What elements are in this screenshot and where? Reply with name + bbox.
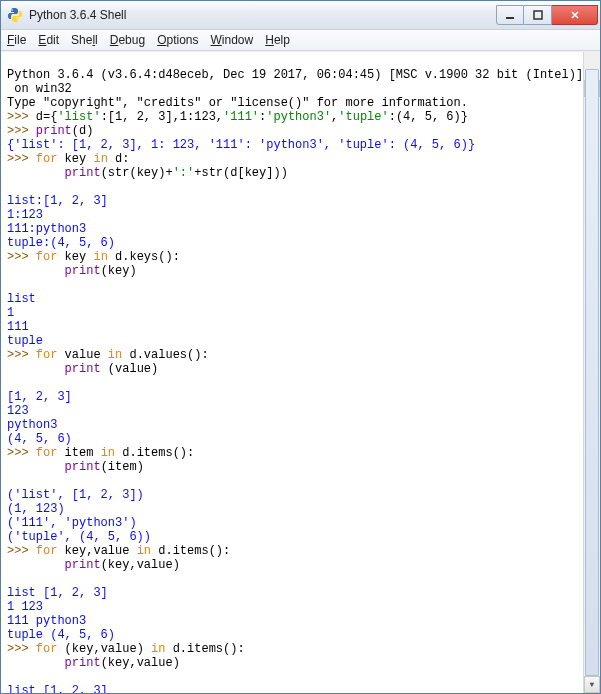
code: d.keys(): bbox=[108, 250, 180, 264]
svg-rect-2 bbox=[506, 17, 514, 19]
keyword: for bbox=[36, 642, 58, 656]
close-button[interactable] bbox=[552, 5, 598, 25]
output: 111:python3 bbox=[7, 222, 86, 236]
string: '111' bbox=[223, 110, 259, 124]
menubar: File Edit Shell Debug Options Window Hel… bbox=[1, 30, 600, 51]
prompt: >>> bbox=[7, 124, 36, 138]
scroll-track[interactable] bbox=[584, 69, 600, 676]
banner-line: Type "copyright", "credits" or "license(… bbox=[7, 96, 468, 110]
code: d.items(): bbox=[165, 642, 244, 656]
svg-rect-3 bbox=[534, 11, 542, 19]
code: (key,value) bbox=[57, 642, 151, 656]
code: (key,value) bbox=[101, 656, 180, 670]
output: list:[1, 2, 3] bbox=[7, 194, 108, 208]
code: d={ bbox=[36, 110, 58, 124]
output: ('111', 'python3') bbox=[7, 516, 137, 530]
banner-line: Python 3.6.4 (v3.6.4:d48eceb, Dec 19 201… bbox=[7, 68, 583, 82]
keyword: for bbox=[36, 544, 58, 558]
menu-options[interactable]: Options bbox=[157, 33, 198, 47]
string: 'list' bbox=[57, 110, 100, 124]
code: key bbox=[57, 250, 93, 264]
banner-line: on win32 bbox=[7, 82, 72, 96]
menu-window[interactable]: Window bbox=[211, 33, 254, 47]
scroll-down-button[interactable]: ▼ bbox=[584, 676, 600, 693]
output: tuple bbox=[7, 334, 43, 348]
menu-file[interactable]: File bbox=[7, 33, 26, 47]
code: d.values(): bbox=[122, 348, 208, 362]
keyword: for bbox=[36, 152, 58, 166]
output: [1, 2, 3] bbox=[7, 390, 72, 404]
builtin: print bbox=[65, 656, 101, 670]
output: list [1, 2, 3] bbox=[7, 586, 108, 600]
builtin: print bbox=[65, 460, 101, 474]
code: (key,value) bbox=[101, 558, 180, 572]
menu-edit[interactable]: Edit bbox=[38, 33, 59, 47]
prompt: >>> bbox=[7, 642, 36, 656]
prompt: >>> bbox=[7, 446, 36, 460]
keyword: for bbox=[36, 348, 58, 362]
code: :(4, 5, 6)} bbox=[389, 110, 468, 124]
prompt: >>> bbox=[7, 544, 36, 558]
keyword: in bbox=[93, 152, 107, 166]
keyword: in bbox=[93, 250, 107, 264]
builtin: print bbox=[36, 124, 72, 138]
menu-shell[interactable]: Shell bbox=[71, 33, 98, 47]
app-icon bbox=[7, 7, 23, 23]
prompt: >>> bbox=[7, 110, 36, 124]
code: key,value bbox=[57, 544, 136, 558]
code: d.items(): bbox=[115, 446, 194, 460]
keyword: for bbox=[36, 250, 58, 264]
keyword: in bbox=[137, 544, 151, 558]
code: d: bbox=[108, 152, 130, 166]
code: (item) bbox=[101, 460, 144, 474]
output: tuple (4, 5, 6) bbox=[7, 628, 115, 642]
output: 1 bbox=[7, 306, 14, 320]
cont bbox=[7, 656, 65, 670]
menu-help[interactable]: Help bbox=[265, 33, 290, 47]
cont bbox=[7, 166, 65, 180]
output: ('list', [1, 2, 3]) bbox=[7, 488, 144, 502]
string: ':' bbox=[173, 166, 195, 180]
window-controls bbox=[496, 5, 598, 25]
code: (str(key)+ bbox=[101, 166, 173, 180]
output: (4, 5, 6) bbox=[7, 432, 72, 446]
keyword: in bbox=[151, 642, 165, 656]
cont bbox=[7, 362, 65, 376]
svg-point-1 bbox=[17, 19, 19, 21]
keyword: for bbox=[36, 446, 58, 460]
code: (key) bbox=[101, 264, 137, 278]
menu-debug[interactable]: Debug bbox=[110, 33, 145, 47]
code: item bbox=[57, 446, 100, 460]
output: python3 bbox=[7, 418, 57, 432]
prompt: >>> bbox=[7, 348, 36, 362]
builtin: print bbox=[65, 166, 101, 180]
output: (1, 123) bbox=[7, 502, 65, 516]
minimize-button[interactable] bbox=[496, 5, 524, 25]
shell-content[interactable]: Python 3.6.4 (v3.6.4:d48eceb, Dec 19 201… bbox=[1, 51, 600, 693]
output: list bbox=[7, 292, 36, 306]
output: ('tuple', (4, 5, 6)) bbox=[7, 530, 151, 544]
code: (d) bbox=[72, 124, 94, 138]
maximize-button[interactable] bbox=[524, 5, 552, 25]
output: 111 bbox=[7, 320, 29, 334]
scroll-thumb[interactable] bbox=[585, 69, 599, 676]
cont bbox=[7, 460, 65, 474]
builtin: print bbox=[65, 264, 101, 278]
vertical-scrollbar[interactable]: ▲ ▼ bbox=[583, 52, 600, 693]
code: :[1, 2, 3],1:123, bbox=[101, 110, 223, 124]
string: 'python3' bbox=[266, 110, 331, 124]
keyword: in bbox=[101, 446, 115, 460]
window-title: Python 3.6.4 Shell bbox=[29, 8, 496, 22]
string: 'tuple' bbox=[338, 110, 388, 124]
builtin: print bbox=[65, 362, 101, 376]
code: value bbox=[57, 348, 107, 362]
output: 1:123 bbox=[7, 208, 43, 222]
output: 111 python3 bbox=[7, 614, 86, 628]
titlebar: Python 3.6.4 Shell bbox=[1, 1, 600, 30]
builtin: print bbox=[65, 558, 101, 572]
output: tuple:(4, 5, 6) bbox=[7, 236, 115, 250]
code: (value) bbox=[101, 362, 159, 376]
output: 1 123 bbox=[7, 600, 43, 614]
output: {'list': [1, 2, 3], 1: 123, '111': 'pyth… bbox=[7, 138, 475, 152]
prompt: >>> bbox=[7, 152, 36, 166]
